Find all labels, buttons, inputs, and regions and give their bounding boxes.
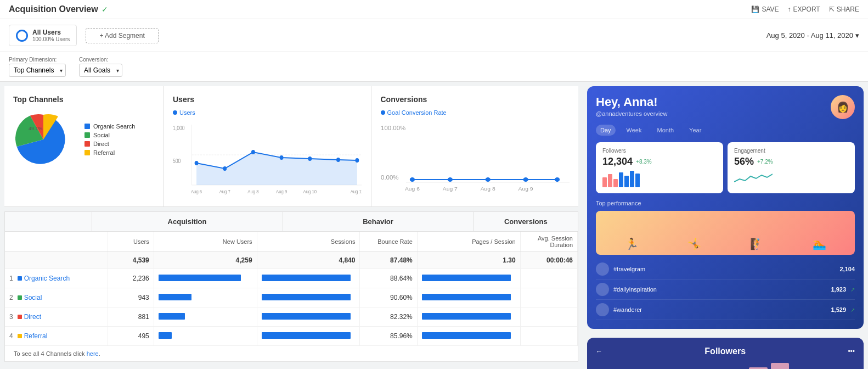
total-pages-session: 1.30 [417,252,520,269]
add-segment-button[interactable]: + Add Segment [86,28,158,43]
anna-tab-day[interactable]: Day [596,125,616,136]
referral-color-dot [18,334,22,338]
row4-bounce-rate: 85.96% [360,327,417,346]
export-icon: ↑ [788,5,791,13]
conversion-select[interactable]: All Goals [79,64,122,77]
top-perf-item-1: #travelgram 2,104 [596,259,855,279]
row4-pages-bar [422,332,511,339]
main-content: Top Channels [0,82,868,369]
users-chart-panel: Users Users 1,000 500 [164,86,371,206]
table-column-headers: Users New Users Sessions Bounce Rate Pag… [5,232,578,252]
table-footer-note: To see all 4 Channels click here. [5,346,578,361]
users-col-header[interactable]: Users [108,232,154,252]
pages-session-col-header[interactable]: Pages / Session [417,232,520,252]
pie-chart [13,109,74,170]
row2-avg-session [520,288,577,308]
total-new-users: 4,259 [154,252,257,269]
anna-handle: @annadventures overview [596,110,667,117]
row2-pages-bar [422,294,511,300]
svg-text:Aug 8: Aug 8 [480,186,495,192]
dailyinspiration-avatar [596,283,609,296]
direct-link[interactable]: Direct [24,313,41,321]
row2-sessions-bar [262,294,351,300]
see-all-link[interactable]: here [87,350,99,357]
total-bounce-rate: 87.48% [360,252,417,269]
svg-point-21 [409,177,414,182]
anna-tab-month[interactable]: Month [652,125,678,136]
new-users-col-header[interactable]: New Users [154,232,257,252]
pie-legend: Organic Search Social Direct Referr [84,123,135,156]
bar6 [630,171,634,187]
header: Acquisition Overview ✓ 💾 SAVE ↑ EXPORT ⇱… [0,0,868,19]
row1-pages-bar [422,275,511,281]
primary-dimension-select[interactable]: Top Channels [9,64,66,77]
table-row: 2 Social 943 90.60% [5,288,578,308]
back-icon[interactable]: ← [596,348,602,355]
primary-dimension-filter: Primary Dimension: Top Channels [9,57,66,77]
followers-title: Followers [704,346,746,356]
anna-greeting: Hey, Anna! [596,95,667,109]
referral-link[interactable]: Referral [24,332,48,340]
share-button[interactable]: ⇱ SHARE [829,5,859,13]
all-users-segment[interactable]: All Users 100.00% Users [9,25,77,46]
users-legend: Users [173,109,362,116]
total-sessions: 4,840 [257,252,360,269]
sessions-col-header[interactable]: Sessions [257,232,360,252]
channel-col-header[interactable] [5,232,108,252]
row4-users: 495 [108,327,154,346]
bar4 [619,172,623,187]
row2-pages-session [417,288,520,308]
svg-text:Aug 7: Aug 7 [219,188,231,194]
anna-widget-header: Hey, Anna! @annadventures overview 👩 [596,95,855,119]
export-button[interactable]: ↑ EXPORT [788,5,820,13]
row2-new-users [154,288,257,308]
followers-bar-9 [771,363,790,369]
organic-search-link[interactable]: Organic Search [24,275,70,282]
save-icon: 💾 [751,5,759,13]
row4-new-users-bar [159,332,172,339]
svg-text:Aug 9: Aug 9 [518,186,533,192]
total-users: 4,539 [108,252,154,269]
more-icon[interactable]: ••• [848,348,855,355]
pie-chart-container: Organic Search Social Direct Referr [13,109,154,170]
row2-sessions [257,288,360,308]
svg-text:Aug 8: Aug 8 [247,188,259,194]
row3-bounce-rate: 82.32% [360,308,417,327]
date-range-picker[interactable]: Aug 5, 2020 - Aug 11, 2020 ▾ [766,31,859,40]
organic-search-dot [84,124,90,129]
svg-text:Aug 7: Aug 7 [442,186,457,192]
svg-point-5 [195,161,199,165]
followers-widget: ← Followers ••• 8 am 12 pm [587,338,864,369]
row1-channel: 1 Organic Search [5,269,108,288]
bounce-rate-col-header[interactable]: Bounce Rate [360,232,417,252]
row4-sessions [257,327,360,346]
bar2 [608,174,612,187]
users-line-chart: 1,000 500 Aug 6 [173,119,362,196]
top-performance-image: 🏃 🤸 🧗 🏊 [596,211,855,255]
row1-avg-session [520,269,577,288]
primary-dimension-select-wrap[interactable]: Top Channels [9,64,66,77]
row1-bounce-rate: 88.64% [360,269,417,288]
segment-circle-icon [16,30,28,42]
avg-session-col-header[interactable]: Avg. Session Duration [520,232,577,252]
row1-new-users-bar [159,275,241,281]
social-link[interactable]: Social [24,294,42,301]
anna-tab-week[interactable]: Week [622,125,646,136]
total-avg-session: 00:00:46 [520,252,577,269]
svg-text:0.00%: 0.00% [381,175,399,181]
row3-avg-session [520,308,577,327]
svg-text:1,000: 1,000 [173,125,185,131]
wanderer-avatar [596,303,609,316]
row2-channel: 2 Social [5,288,108,308]
anna-tab-year[interactable]: Year [685,125,706,136]
svg-point-24 [523,177,528,182]
top-perf-items: #travelgram 2,104 #dailyinspiration 1,92… [596,259,855,320]
row1-pages-session [417,269,520,288]
row3-pages-session [417,308,520,327]
svg-point-23 [485,177,490,182]
conversion-select-wrap[interactable]: All Goals [79,64,122,77]
svg-point-6 [223,166,227,171]
followers-stat-card: Followers 12,304 +8.3% [596,142,723,193]
save-button[interactable]: 💾 SAVE [751,5,779,13]
row3-pages-bar [422,313,511,320]
